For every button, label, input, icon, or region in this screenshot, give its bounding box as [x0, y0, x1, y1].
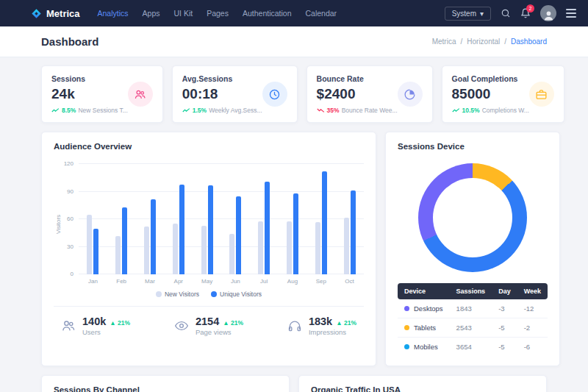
bar-group-apr [173, 164, 184, 274]
bar-unique-visitors [322, 171, 327, 274]
impressions-stat: 183k ▲ 21% Impressions [287, 316, 356, 336]
nav-calendar[interactable]: Calendar [306, 9, 337, 18]
notification-badge: 2 [526, 4, 534, 13]
bar-unique-visitors [265, 182, 270, 274]
audience-overview-card: Audience Overview Visitors 1209060300 Ja… [41, 132, 376, 366]
x-tick: Jan [85, 278, 101, 285]
stat-trend: 1.5% Weekly Avg.Sess... [182, 107, 262, 114]
users-icon [128, 82, 153, 107]
sessions-device-donut-chart [418, 163, 527, 272]
bar-new-visitors [344, 218, 349, 275]
nav-authentication[interactable]: Authentication [243, 9, 292, 18]
bar-group-jan [87, 164, 98, 274]
bar-new-visitors [287, 221, 292, 275]
legend-unique-visitors[interactable]: Unique Visitors [211, 291, 262, 298]
nav-ui-kit[interactable]: UI Kit [173, 9, 193, 18]
x-tick: Sep [313, 278, 329, 285]
pie-chart-icon [398, 82, 423, 107]
card-title: Sessions Device [398, 142, 548, 151]
bar-unique-visitors [351, 190, 356, 274]
x-tick: May [199, 278, 215, 285]
stat-card-goal-completions: Goal Completions 85000 10.5% Completions… [442, 65, 564, 123]
col-sessions: Sassions [450, 283, 492, 299]
stat-trend: 10.5% Completions W... [452, 107, 529, 114]
bar-group-jun [229, 164, 241, 274]
stat-title: Avg.Sessions [182, 74, 262, 83]
page-title: Dashboard [41, 35, 98, 48]
system-dropdown[interactable]: System ▾ [445, 7, 491, 21]
bar-unique-visitors [208, 185, 213, 274]
x-tick: Jul [256, 278, 272, 285]
stat-value: 24k [51, 86, 128, 102]
col-device: Device [398, 283, 450, 299]
main-nav: Analytics Apps UI Kit Pages Authenticati… [98, 9, 337, 18]
card-title: Audience Overview [54, 142, 364, 151]
bar-new-visitors [173, 224, 178, 274]
breadcrumb-root[interactable]: Metrica [432, 38, 456, 46]
breadcrumb-separator: / [460, 38, 462, 46]
x-tick: Mar [142, 278, 158, 285]
stat-card-avg-sessions: Avg.Sessions 00:18 1.5% Weekly Avg.Sess.… [172, 65, 298, 123]
bar-new-visitors [315, 222, 320, 274]
breadcrumb: Metrica / Horizontal / Dashboard [432, 38, 547, 46]
stat-title: Sessions [51, 74, 128, 83]
card-title: Sessions By Channel [54, 385, 277, 392]
eye-icon [174, 318, 189, 333]
chart-legend: New VisitorsUnique Visitors [54, 291, 364, 298]
system-dropdown-label: System [452, 10, 476, 18]
breadcrumb-current: Dashboard [511, 38, 547, 46]
breadcrumb-section[interactable]: Horizontal [467, 38, 500, 46]
desktops-dot [404, 306, 409, 311]
sessions-device-table: Device Sassions Day Week Desktops 1843 -… [398, 283, 548, 356]
trend-line-icon [51, 107, 60, 113]
x-tick: Jun [227, 278, 243, 285]
search-icon[interactable] [501, 8, 511, 18]
briefcase-icon [529, 82, 554, 107]
bar-new-visitors [115, 236, 121, 275]
col-day: Day [492, 283, 517, 299]
bar-group-mar [144, 164, 156, 274]
menu-icon[interactable] [566, 9, 576, 18]
bar-plot [79, 164, 364, 274]
bar-group-may [201, 164, 213, 274]
brand-logo[interactable]: Metrica [31, 8, 80, 19]
nav-apps[interactable]: Apps [143, 9, 160, 18]
page-header: Dashboard Metrica / Horizontal / Dashboa… [0, 26, 588, 57]
bar-unique-visitors [236, 196, 241, 274]
diamond-logo-icon [31, 8, 42, 19]
trend-line-icon [452, 107, 460, 113]
avatar[interactable] [540, 5, 556, 21]
stat-card-sessions: Sessions 24k 8.5% New Sessions T... [41, 65, 163, 123]
stat-card-bounce-rate: Bounce Rate $2400 35% Bounce Rate Wee... [306, 65, 433, 123]
notifications-bell-icon[interactable]: 2 [520, 8, 531, 18]
x-tick: Aug [284, 278, 301, 285]
audience-overview-chart: Visitors 1209060300 JanFebMarAprMayJunJu… [54, 164, 364, 285]
table-row: Desktops 1843 -3 -12 [398, 299, 548, 318]
x-tick: Feb [113, 278, 129, 285]
bar-unique-visitors [179, 185, 184, 275]
y-axis-title: Visitors [54, 164, 62, 285]
sessions-device-card: Sessions Device Device Sassions Day Week [385, 132, 560, 366]
x-axis-labels: JanFebMarAprMayJunJulAugSepOct [79, 278, 364, 285]
bar-group-oct [344, 164, 356, 274]
mobiles-dot [404, 344, 409, 349]
person-icon [542, 9, 555, 21]
bar-new-visitors [201, 226, 207, 274]
legend-new-visitors[interactable]: New Visitors [156, 291, 199, 298]
nav-pages[interactable]: Pages [207, 9, 229, 18]
x-tick: Apr [171, 278, 187, 285]
trend-line-icon [182, 107, 190, 113]
caret-up-icon: ▲ [110, 319, 115, 327]
col-week: Week [517, 283, 548, 299]
content: Sessions 24k 8.5% New Sessions T... Avg.… [0, 57, 588, 392]
tablets-dot [404, 325, 409, 330]
x-tick: Oct [342, 278, 358, 285]
bar-unique-visitors [293, 193, 298, 274]
stat-value: 00:18 [182, 86, 262, 102]
stat-title: Bounce Rate [317, 74, 398, 83]
bar-new-visitors [87, 215, 92, 274]
bar-unique-visitors [122, 207, 127, 274]
bar-new-visitors [258, 221, 263, 275]
stat-cards-row: Sessions 24k 8.5% New Sessions T... Avg.… [41, 65, 547, 123]
nav-analytics[interactable]: Analytics [98, 9, 129, 18]
